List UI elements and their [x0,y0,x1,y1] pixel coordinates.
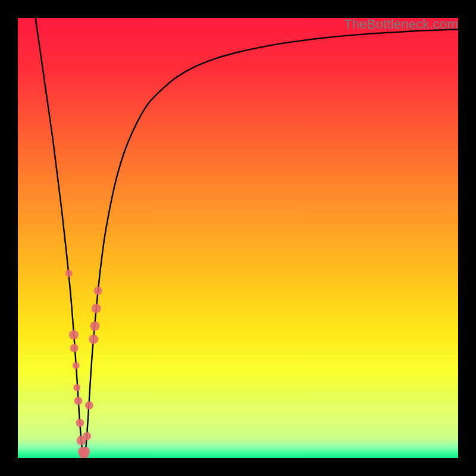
data-point [70,344,79,352]
data-point [65,270,73,277]
data-point [80,447,90,456]
plot-area [18,18,458,458]
data-point [74,397,82,405]
data-point [73,384,80,392]
data-point [92,303,101,313]
data-point [85,401,93,409]
data-point [83,432,91,440]
bottleneck-curve [36,18,458,458]
data-point [76,419,84,427]
data-point [94,287,102,295]
curve-layer [18,18,458,458]
data-point [69,330,79,340]
data-point [89,334,98,344]
data-point [90,321,100,331]
data-point [73,362,80,369]
watermark-text: TheBottleneck.com [344,17,458,32]
chart-frame: TheBottleneck.com [0,0,476,476]
